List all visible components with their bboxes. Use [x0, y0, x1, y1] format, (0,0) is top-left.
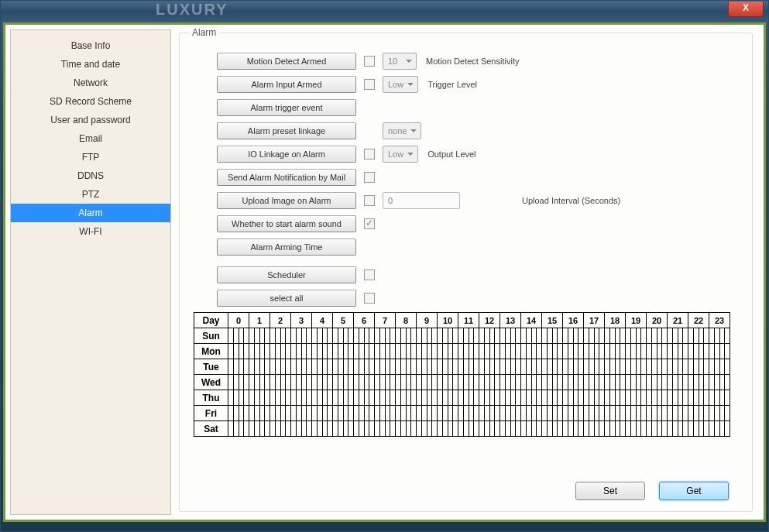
- schedule-cell[interactable]: [563, 390, 584, 406]
- schedule-cell[interactable]: [500, 359, 521, 375]
- upload-image-button[interactable]: Upload Image on Alarm: [217, 192, 356, 209]
- schedule-cell[interactable]: [375, 344, 396, 359]
- schedule-cell[interactable]: [228, 421, 249, 437]
- arming-time-button[interactable]: Alarm Arming Time: [217, 239, 356, 256]
- schedule-cell[interactable]: [542, 328, 563, 344]
- schedule-cell[interactable]: [563, 406, 584, 421]
- sidebar-item-base-info[interactable]: Base Info: [11, 36, 170, 55]
- schedule-cell[interactable]: [688, 344, 709, 359]
- schedule-cell[interactable]: [417, 359, 438, 375]
- schedule-cell[interactable]: [626, 390, 647, 406]
- schedule-cell[interactable]: [270, 421, 291, 437]
- schedule-cell[interactable]: [333, 344, 354, 359]
- schedule-cell[interactable]: [270, 375, 291, 390]
- schedule-cell[interactable]: [438, 390, 458, 406]
- schedule-cell[interactable]: [458, 344, 479, 359]
- schedule-cell[interactable]: [396, 406, 417, 421]
- alarm-trigger-event-button[interactable]: Alarm trigger event: [217, 99, 356, 116]
- output-level-dropdown[interactable]: Low: [383, 146, 418, 163]
- set-button[interactable]: Set: [575, 482, 645, 500]
- schedule-cell[interactable]: [709, 406, 730, 421]
- schedule-cell[interactable]: [417, 375, 438, 390]
- schedule-cell[interactable]: [626, 344, 647, 359]
- trigger-level-dropdown[interactable]: Low: [383, 76, 418, 93]
- schedule-cell[interactable]: [375, 328, 396, 344]
- schedule-cell[interactable]: [333, 406, 354, 421]
- alarm-input-armed-button[interactable]: Alarm Input Armed: [217, 76, 356, 93]
- scheduler-checkbox[interactable]: [364, 269, 375, 280]
- schedule-cell[interactable]: [396, 359, 417, 375]
- schedule-cell[interactable]: [354, 390, 375, 406]
- schedule-cell[interactable]: [647, 406, 668, 421]
- schedule-cell[interactable]: [709, 359, 730, 375]
- schedule-cell[interactable]: [605, 421, 626, 437]
- sidebar-item-user-and-password[interactable]: User and password: [11, 111, 170, 129]
- schedule-cell[interactable]: [626, 375, 647, 390]
- schedule-cell[interactable]: [249, 421, 270, 437]
- schedule-cell[interactable]: [458, 375, 479, 390]
- schedule-cell[interactable]: [417, 328, 438, 344]
- schedule-cell[interactable]: [479, 344, 500, 359]
- schedule-cell[interactable]: [500, 421, 521, 437]
- schedule-cell[interactable]: [333, 359, 354, 375]
- schedule-cell[interactable]: [354, 375, 375, 390]
- schedule-cell[interactable]: [709, 421, 730, 437]
- sidebar-item-email[interactable]: Email: [11, 129, 170, 148]
- upload-interval-input[interactable]: 0: [383, 192, 460, 209]
- schedule-cell[interactable]: [647, 359, 668, 375]
- schedule-cell[interactable]: [668, 359, 688, 375]
- alarm-sound-button[interactable]: Whether to start alarm sound: [217, 215, 356, 232]
- schedule-cell[interactable]: [479, 359, 500, 375]
- schedule-cell[interactable]: [228, 359, 249, 375]
- schedule-cell[interactable]: [479, 406, 500, 421]
- schedule-cell[interactable]: [521, 328, 542, 344]
- schedule-cell[interactable]: [479, 421, 500, 437]
- sidebar-item-time-and-date[interactable]: Time and date: [11, 55, 170, 74]
- send-mail-button[interactable]: Send Alarm Notification by Mail: [217, 169, 356, 186]
- motion-detect-armed-button[interactable]: Motion Detect Armed: [217, 53, 356, 70]
- schedule-cell[interactable]: [249, 359, 270, 375]
- schedule-cell[interactable]: [542, 421, 563, 437]
- schedule-cell[interactable]: [584, 406, 605, 421]
- schedule-cell[interactable]: [668, 390, 688, 406]
- upload-image-checkbox[interactable]: [364, 195, 375, 206]
- schedule-cell[interactable]: [479, 328, 500, 344]
- schedule-cell[interactable]: [291, 375, 312, 390]
- schedule-cell[interactable]: [291, 328, 312, 344]
- schedule-cell[interactable]: [291, 390, 312, 406]
- schedule-cell[interactable]: [626, 359, 647, 375]
- schedule-cell[interactable]: [458, 406, 479, 421]
- alarm-preset-linkage-button[interactable]: Alarm preset linkage: [217, 122, 356, 139]
- sidebar-item-network[interactable]: Network: [11, 74, 170, 92]
- schedule-cell[interactable]: [688, 359, 709, 375]
- schedule-cell[interactable]: [542, 359, 563, 375]
- schedule-cell[interactable]: [438, 344, 458, 359]
- schedule-cell[interactable]: [542, 375, 563, 390]
- schedule-cell[interactable]: [563, 344, 584, 359]
- schedule-cell[interactable]: [354, 421, 375, 437]
- alarm-sound-checkbox[interactable]: [364, 218, 375, 229]
- schedule-cell[interactable]: [228, 328, 249, 344]
- schedule-cell[interactable]: [312, 328, 333, 344]
- schedule-cell[interactable]: [354, 359, 375, 375]
- schedule-cell[interactable]: [605, 375, 626, 390]
- schedule-cell[interactable]: [563, 328, 584, 344]
- schedule-cell[interactable]: [291, 406, 312, 421]
- motion-sensitivity-dropdown[interactable]: 10: [383, 53, 417, 70]
- sidebar-item-wi-fi[interactable]: WI-FI: [11, 222, 170, 241]
- alarm-input-checkbox[interactable]: [364, 79, 375, 90]
- schedule-cell[interactable]: [249, 328, 270, 344]
- schedule-cell[interactable]: [500, 390, 521, 406]
- schedule-cell[interactable]: [375, 390, 396, 406]
- schedule-cell[interactable]: [647, 344, 668, 359]
- schedule-cell[interactable]: [584, 359, 605, 375]
- schedule-cell[interactable]: [312, 390, 333, 406]
- schedule-cell[interactable]: [312, 375, 333, 390]
- schedule-cell[interactable]: [396, 421, 417, 437]
- schedule-cell[interactable]: [228, 406, 249, 421]
- schedule-cell[interactable]: [542, 344, 563, 359]
- schedule-cell[interactable]: [668, 328, 688, 344]
- schedule-cell[interactable]: [417, 390, 438, 406]
- schedule-cell[interactable]: [333, 328, 354, 344]
- schedule-cell[interactable]: [647, 421, 668, 437]
